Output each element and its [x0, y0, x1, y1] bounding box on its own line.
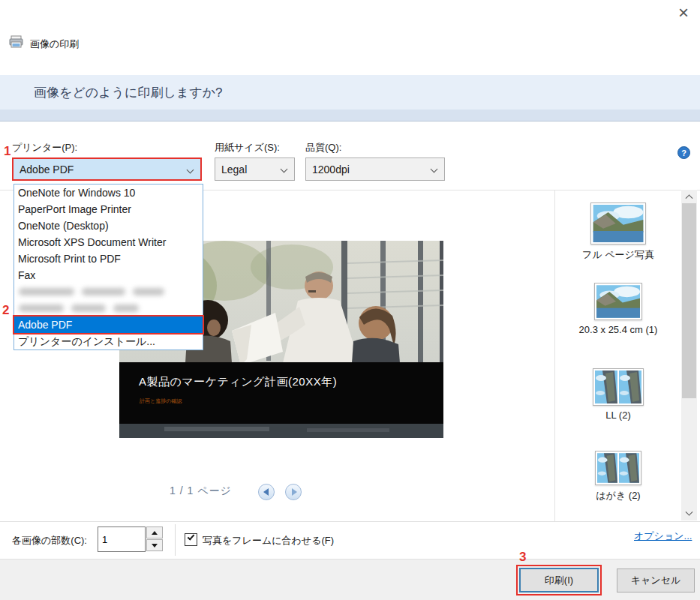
quality-select[interactable]: 1200dpi: [305, 158, 445, 181]
layout-label: はがき (2): [555, 489, 681, 502]
quality-label: 品質(Q):: [305, 141, 341, 154]
chevron-down-icon: [281, 166, 288, 173]
printer-select[interactable]: Adobe PDF: [12, 158, 202, 181]
triangle-down-icon: [152, 544, 158, 548]
copies-stepper: [146, 526, 163, 552]
layout-thumbnail: [590, 202, 646, 244]
print-pictures-dialog: × 画像の印刷 画像をどのように印刷しますか? プリンター(P): 用紙サイズ(…: [0, 0, 700, 600]
checkmark-icon: [188, 532, 195, 540]
printer-dropdown-list: OneNote for Windows 10 PaperPort Image P…: [14, 184, 203, 350]
header-strip: [0, 110, 700, 122]
separator: [175, 524, 176, 556]
layout-20x25cm[interactable]: 20.3 x 25.4 cm (1): [555, 276, 681, 335]
arrow-right-icon: [292, 488, 297, 496]
options-link[interactable]: オプション...: [634, 530, 692, 543]
printer-selected-value: Adobe PDF: [20, 164, 74, 176]
fit-to-frame-label: 写真をフレームに合わせる(F): [203, 534, 334, 548]
slide-title: A製品のマーケティング計画(20XX年): [139, 375, 337, 389]
layout-ll-2[interactable]: LL (2): [555, 362, 681, 421]
scroll-up-icon[interactable]: [681, 190, 697, 202]
window-title: 画像の印刷: [30, 38, 79, 51]
layout-label: LL (2): [555, 410, 681, 421]
printer-option[interactable]: Fax: [14, 267, 203, 284]
stepper-down-button[interactable]: [146, 539, 163, 551]
close-icon[interactable]: ×: [671, 2, 696, 24]
quality-value: 1200dpi: [312, 164, 350, 176]
printer-app-icon: [9, 35, 26, 52]
triangle-up-icon: [152, 531, 158, 535]
arrow-left-icon: [263, 488, 269, 496]
layout-label: 20.3 x 25.4 cm (1): [555, 324, 681, 335]
paper-size-select[interactable]: Legal: [215, 158, 295, 181]
layout-hagaki-2[interactable]: はがき (2): [555, 444, 681, 502]
layout-label: フル ページ写真: [555, 248, 681, 262]
chevron-down-icon: [187, 166, 194, 174]
copies-label: 各画像の部数(C):: [12, 534, 87, 548]
printer-option[interactable]: Microsoft Print to PDF: [14, 250, 203, 267]
next-page-button[interactable]: [285, 484, 302, 500]
page-status: 1 / 1 ページ: [170, 484, 245, 498]
printer-option-redacted[interactable]: [14, 284, 203, 300]
printer-option[interactable]: OneNote (Desktop): [14, 218, 203, 234]
scrollbar-thumb[interactable]: [682, 203, 696, 398]
layout-thumbnail: [593, 368, 644, 406]
copies-input[interactable]: [98, 526, 146, 552]
printer-option-adobe-pdf[interactable]: Adobe PDF: [14, 316, 203, 333]
annotation-box-print: 印刷(I): [516, 565, 602, 596]
stepper-up-button[interactable]: [146, 526, 163, 538]
step-annotation-2: 2: [2, 303, 9, 318]
paper-size-value: Legal: [221, 164, 247, 176]
layout-thumbnail: [595, 451, 641, 485]
paper-size-label: 用紙サイズ(S):: [215, 141, 280, 154]
previous-page-button[interactable]: [258, 484, 275, 500]
layout-scrollbar[interactable]: [681, 190, 697, 520]
separator: [0, 521, 700, 522]
chevron-down-icon: [431, 166, 438, 173]
printer-label: プリンター(P):: [12, 141, 77, 154]
print-button[interactable]: 印刷(I): [519, 568, 599, 592]
printer-option[interactable]: Microsoft XPS Document Writer: [14, 234, 203, 250]
scroll-down-icon[interactable]: [681, 508, 697, 520]
printer-option-redacted[interactable]: [14, 300, 203, 316]
slide-subtitle: 計画と進捗の確認: [140, 398, 182, 405]
help-icon[interactable]: ?: [677, 146, 690, 159]
header-question: 画像をどのように印刷しますか?: [34, 84, 222, 101]
layout-full-page-photo[interactable]: フル ページ写真: [555, 196, 681, 262]
fit-to-frame-checkbox[interactable]: [185, 533, 197, 546]
step-annotation-1: 1: [4, 144, 11, 159]
install-printer-option[interactable]: プリンターのインストール...: [14, 333, 203, 350]
slide-title-banner: A製品のマーケティング計画(20XX年) 計画と進捗の確認: [119, 362, 443, 424]
layout-thumbnail: [594, 283, 642, 320]
printer-option[interactable]: OneNote for Windows 10: [14, 184, 203, 201]
printer-option[interactable]: PaperPort Image Printer: [14, 201, 203, 218]
cancel-button[interactable]: キャンセル: [617, 568, 695, 592]
step-annotation-3: 3: [519, 550, 526, 565]
header-band: 画像をどのように印刷しますか?: [0, 75, 700, 110]
